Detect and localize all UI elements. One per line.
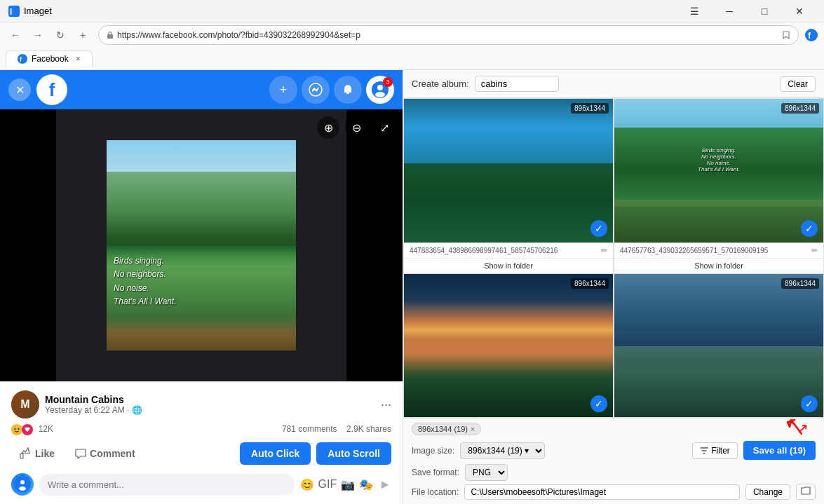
size-badge-2: 896x1344 (781, 103, 819, 114)
comment-input[interactable] (39, 474, 295, 496)
save-format-select[interactable]: PNG (465, 464, 508, 481)
active-tab[interactable]: f Facebook × (6, 50, 93, 67)
filter-label: Filter (711, 446, 730, 456)
imaget-panel: Create album: Clear 896x1344 ✓ 447883654… (403, 70, 824, 504)
action-bar: Like Comment Auto Click Auto Scroll (11, 440, 391, 468)
svg-point-13 (15, 428, 16, 430)
edit-icon-2[interactable]: ✏ (811, 246, 818, 255)
fb-messenger-btn[interactable] (302, 76, 330, 104)
photo-overlay-text: Birds singing. No neighbors. No noise. T… (114, 254, 177, 308)
size-tags: 896x1344 (19) × (412, 423, 816, 435)
filter-btn[interactable]: Filter (692, 442, 738, 459)
post-timestamp: Yesterday at 6:22 AM · (45, 405, 129, 415)
svg-rect-2 (107, 34, 113, 39)
svg-point-3 (805, 29, 818, 41)
post-header: M Mountain Cabins Yesterday at 6:22 AM ·… (11, 390, 391, 418)
forest-layer (107, 172, 296, 245)
check-2[interactable]: ✓ (801, 220, 818, 237)
change-btn[interactable]: Change (745, 484, 790, 500)
fb-profile-btn[interactable]: 3 (366, 76, 394, 104)
imaget-toolbar: Create album: Clear (403, 70, 824, 98)
size-tag-label: 896x1344 (19) (418, 425, 468, 433)
close-btn[interactable]: ✕ (783, 0, 816, 22)
auto-click-btn[interactable]: Auto Click (240, 442, 311, 465)
comment-icon (74, 447, 87, 460)
img2-line3: No name. (698, 160, 740, 166)
red-arrow-icon (784, 416, 805, 437)
format-row: Save format: PNG (412, 464, 816, 481)
fb-notifications-btn[interactable] (334, 76, 362, 104)
check-4[interactable]: ✓ (801, 395, 818, 412)
fb-close-btn[interactable]: ✕ (8, 79, 31, 101)
controls-row: Image size: 896x1344 (19) ▾ Filter Save … (412, 441, 816, 460)
image-size-label: Image size: (412, 446, 454, 456)
svg-text:f: f (808, 30, 811, 41)
like-btn[interactable]: Like (11, 443, 63, 464)
photo-right-area (346, 109, 403, 381)
clear-btn[interactable]: Clear (780, 76, 816, 92)
image-size-select[interactable]: 896x1344 (19) ▾ (460, 442, 545, 459)
app-title: Imaget (24, 6, 52, 16)
hamburger-btn[interactable]: ☰ (678, 0, 710, 22)
minimize-btn[interactable]: ─ (713, 0, 745, 22)
size-tag-1: 896x1344 (19) × (412, 423, 481, 435)
svg-text:I: I (10, 7, 12, 17)
zoom-out-btn[interactable]: ⊖ (345, 116, 367, 139)
image-cell-2: Birds singing. No neighbors. No name. Th… (614, 98, 824, 273)
fb-add-btn[interactable]: + (269, 76, 297, 104)
water-ground (404, 353, 613, 418)
open-folder-btn[interactable] (796, 484, 816, 500)
camera-icon[interactable]: 📷 (341, 478, 355, 491)
location-row: File location: Change (412, 484, 816, 500)
main-layout: ✕ f + 3 (0, 70, 824, 504)
back-btn[interactable]: ← (6, 25, 25, 45)
comment-action-btn[interactable]: Comment (66, 443, 144, 464)
svg-rect-16 (20, 454, 23, 458)
refresh-btn[interactable]: ↻ (50, 25, 70, 45)
url-input[interactable] (117, 30, 778, 40)
photo-main: Birds singing. No neighbors. No noise. T… (107, 140, 296, 350)
new-tab-btn[interactable]: + (73, 25, 93, 45)
reaction-heart-icon (22, 424, 33, 435)
check-3[interactable]: ✓ (590, 395, 607, 412)
facebook-favicon: f (18, 54, 27, 64)
forward-btn[interactable]: → (28, 25, 48, 45)
edit-icon-1[interactable]: ✏ (601, 246, 607, 255)
bookmark-icon[interactable] (781, 30, 791, 40)
svg-point-11 (375, 92, 385, 97)
size-tag-close[interactable]: × (471, 425, 475, 433)
reaction-emoji-icon (11, 424, 22, 435)
show-folder-btn-2[interactable]: Show in folder (614, 258, 823, 273)
photo-text-line1: Birds singing. (114, 254, 177, 268)
fb-nav-icons: + 3 (269, 76, 394, 104)
tab-close[interactable]: × (76, 54, 81, 64)
sticker-icon[interactable]: 🎭 (359, 478, 373, 491)
save-all-btn[interactable]: Save all (19) (743, 441, 816, 460)
reaction-count: 12K (39, 424, 53, 434)
maximize-btn[interactable]: □ (748, 0, 781, 22)
engagement-stats: 781 comments 2.9K shares (282, 424, 391, 434)
save-all-container: Save all (19) ↗ (743, 441, 816, 460)
zoom-in-btn[interactable]: ⊕ (317, 116, 339, 139)
file-location-label: File location: (412, 487, 459, 497)
auto-scroll-btn[interactable]: Auto Scroll (316, 442, 391, 465)
photo-text-line2: No neighbors. (114, 268, 177, 281)
show-folder-btn-1[interactable]: Show in folder (404, 258, 613, 273)
image-info-1: 447883654_438986698997461_585745706216 ✏ (404, 243, 613, 258)
fullscreen-btn[interactable]: ⤢ (373, 116, 396, 139)
post-more-btn[interactable]: ··· (381, 397, 391, 412)
emoji-icon[interactable]: 😊 (300, 478, 314, 491)
gif-icon[interactable]: GIF (318, 478, 337, 491)
photo-viewer: Birds singing. No neighbors. No noise. T… (0, 109, 403, 381)
nav-bar: ← → ↻ + f (0, 22, 824, 48)
check-1[interactable]: ✓ (590, 220, 607, 237)
send-icon[interactable]: ► (379, 477, 391, 492)
file-location-input[interactable] (464, 484, 740, 500)
filter-icon (700, 447, 708, 455)
image-thumb-2: Birds singing. No neighbors. No name. Th… (614, 99, 823, 243)
extension-icon[interactable]: f (804, 28, 818, 42)
post-info: Mountain Cabins Yesterday at 6:22 AM · 🌐 (45, 394, 375, 415)
svg-point-10 (377, 85, 383, 90)
album-input[interactable] (475, 76, 559, 92)
image-thumb-1: 896x1344 ✓ (404, 99, 613, 243)
